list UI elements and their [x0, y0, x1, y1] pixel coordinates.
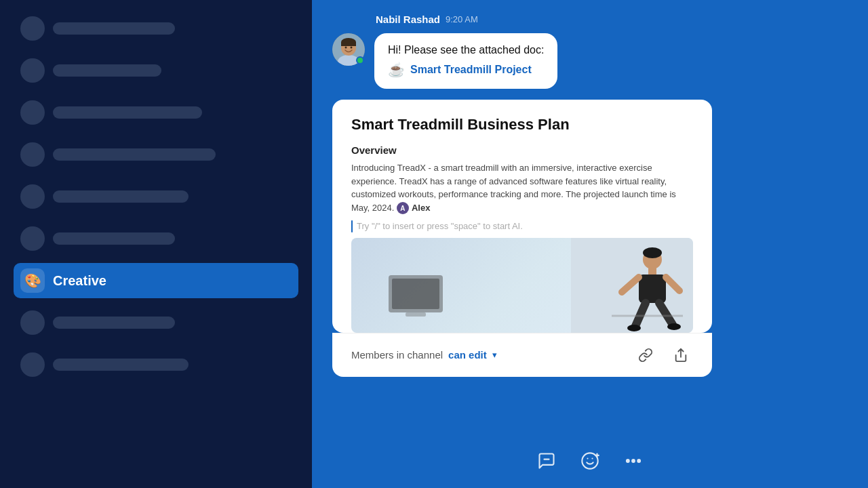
sidebar-label-8	[53, 317, 175, 329]
sidebar-item-3[interactable]	[14, 95, 298, 130]
message-time: 9:20 AM	[446, 14, 478, 24]
avatar-3	[20, 100, 45, 125]
thread-button[interactable]	[533, 447, 560, 474]
svg-rect-11	[639, 274, 666, 303]
sidebar-item-4[interactable]	[14, 137, 298, 172]
creative-label: Creative	[53, 273, 106, 289]
sidebar-item-5[interactable]	[14, 179, 298, 214]
sender-name: Nabil Rashad	[376, 14, 440, 25]
more-options-button[interactable]	[620, 447, 647, 474]
avatar-5	[20, 184, 45, 209]
sidebar-label-6	[53, 232, 175, 245]
permission-chevron-icon[interactable]: ▾	[492, 350, 497, 360]
copy-link-button[interactable]	[633, 343, 658, 367]
bubble-text: Hi! Please see the attached doc:	[388, 44, 544, 56]
message-header: Nabil Rashad 9:20 AM	[332, 14, 848, 25]
footer-actions	[633, 343, 693, 367]
avatar-6	[20, 226, 45, 251]
svg-rect-10	[648, 268, 656, 274]
emoji-add-button[interactable]	[576, 447, 604, 474]
avatar-9	[20, 352, 45, 377]
svg-rect-20	[392, 279, 439, 309]
main-panel: Nabil Rashad 9:20 AM	[312, 0, 868, 488]
sidebar: 🎨 Creative	[0, 0, 312, 488]
message-row: Hi! Please see the attached doc: ☕ Smart…	[332, 33, 848, 89]
svg-point-31	[637, 460, 640, 462]
svg-rect-4	[341, 42, 356, 46]
doc-body: Introducing TreadX - a smart treadmill w…	[351, 161, 693, 215]
link-icon: ☕	[388, 62, 405, 78]
footer-permission: Members in channel can edit ▾	[351, 349, 497, 361]
sidebar-item-2[interactable]	[14, 53, 298, 88]
text-cursor	[351, 220, 353, 232]
mention-avatar: A	[397, 202, 409, 214]
share-button[interactable]	[669, 343, 693, 367]
sidebar-label-1	[53, 22, 175, 35]
sidebar-label-3	[53, 106, 202, 119]
doc-card: Smart Treadmill Business Plan Overview I…	[332, 100, 712, 333]
can-edit-label[interactable]: can edit	[448, 349, 487, 361]
doc-footer: Members in channel can edit ▾	[332, 333, 712, 377]
doc-card-wrapper: Smart Treadmill Business Plan Overview I…	[332, 100, 712, 439]
sidebar-label-2	[53, 64, 161, 77]
doc-section-title: Overview	[351, 144, 693, 156]
svg-point-5	[345, 47, 347, 49]
svg-point-30	[632, 460, 635, 462]
svg-point-9	[643, 247, 662, 258]
sidebar-item-8[interactable]	[14, 305, 298, 340]
doc-image	[351, 238, 693, 333]
svg-point-17	[667, 323, 681, 330]
sidebar-label-4	[53, 148, 216, 161]
sidebar-item-9[interactable]	[14, 347, 298, 382]
sidebar-label-9	[53, 359, 189, 371]
message-toolbar	[332, 439, 848, 477]
cursor-placeholder: Try "/" to insert or press "space" to st…	[357, 221, 523, 231]
doc-cursor-row: Try "/" to insert or press "space" to st…	[351, 220, 693, 232]
online-indicator	[356, 56, 364, 64]
sidebar-item-6[interactable]	[14, 221, 298, 256]
doc-title: Smart Treadmill Business Plan	[351, 116, 693, 134]
sidebar-item-creative[interactable]: 🎨 Creative	[14, 263, 298, 298]
link-text: Smart Treadmill Project	[410, 64, 532, 76]
members-label: Members in channel	[351, 349, 443, 361]
doc-mention: A Alex	[397, 201, 430, 215]
creative-icon: 🎨	[20, 268, 45, 293]
svg-point-16	[627, 325, 641, 331]
sidebar-label-5	[53, 190, 189, 203]
avatar-1	[20, 16, 45, 41]
avatar-8	[20, 310, 45, 335]
svg-point-29	[627, 460, 629, 462]
message-bubble: Hi! Please see the attached doc: ☕ Smart…	[374, 33, 557, 89]
avatar-2	[20, 58, 45, 83]
sidebar-item-1[interactable]	[14, 11, 298, 46]
avatar-4	[20, 142, 45, 167]
svg-point-6	[351, 47, 353, 49]
svg-rect-21	[406, 312, 426, 317]
sender-avatar-wrap	[332, 33, 365, 66]
bubble-link[interactable]: ☕ Smart Treadmill Project	[388, 62, 544, 78]
